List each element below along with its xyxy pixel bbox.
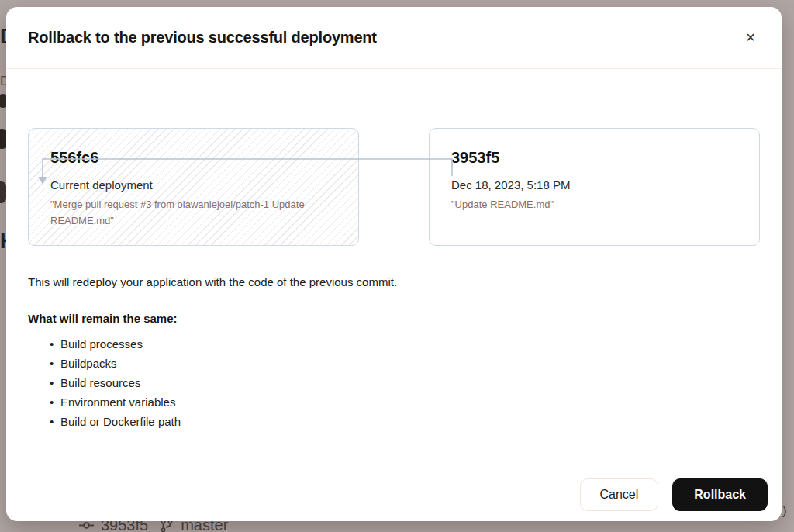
redeploy-description: This will redeploy your application with… [28,275,760,288]
current-commit-message: "Merge pull request #3 from olawanlejoel… [50,196,337,229]
background-text-fragment: ) [782,504,787,517]
dialog-body: 556fc6 Current deployment "Merge pull re… [6,69,782,468]
list-item: Build or Dockerfile path [28,412,760,431]
previous-deployment-timestamp: Dec 18, 2023, 5:18 PM [451,178,737,192]
previous-commit-message: "Update README.md" [451,196,737,212]
close-icon[interactable]: ✕ [738,26,763,50]
previous-commit-hash: 3953f5 [451,149,737,167]
rollback-dialog: Rollback to the previous successful depl… [6,7,782,521]
cancel-button[interactable]: Cancel [580,478,659,511]
remain-same-heading: What will remain the same: [28,312,760,325]
rollback-button[interactable]: Rollback [672,478,768,511]
remain-same-list: Build processes Buildpacks Build resourc… [28,334,760,431]
list-item: Build resources [28,373,760,392]
rollback-direction-arrow [37,151,464,192]
dialog-footer: Cancel Rollback [6,468,782,521]
dialog-header: Rollback to the previous successful depl… [6,7,782,68]
previous-deployment-card: 3953f5 Dec 18, 2023, 5:18 PM "Update REA… [429,128,760,246]
list-item: Environment variables [28,392,760,412]
list-item: Build processes [28,334,760,354]
list-item: Buildpacks [28,354,760,373]
background-button-fragment [0,181,6,203]
dialog-title: Rollback to the previous successful depl… [28,29,377,47]
